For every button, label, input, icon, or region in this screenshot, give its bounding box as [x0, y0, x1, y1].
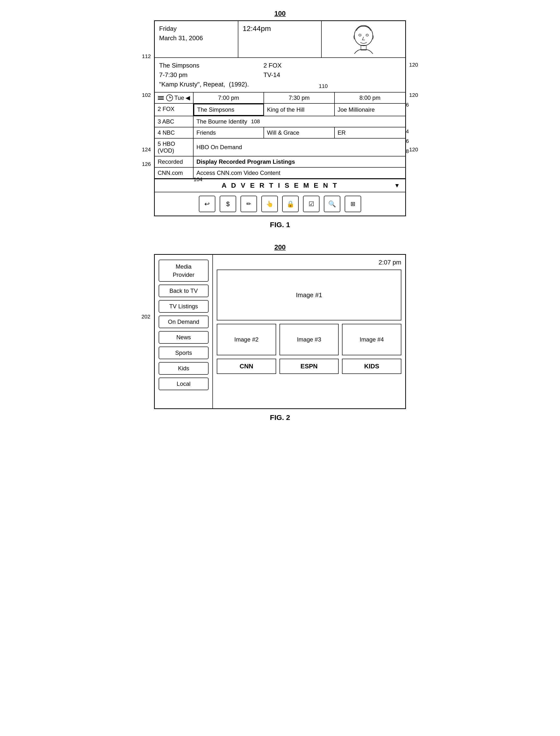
annot-108: 108 — [251, 118, 260, 125]
edit-button[interactable]: ✏ — [241, 196, 257, 212]
prog-info-row: The Simpsons 7-7:30 pm "Kamp Krusty", Re… — [155, 58, 405, 93]
grid-button[interactable]: ⊞ — [345, 196, 361, 212]
channel-row-fox: 2 FOX The Simpsons King of the Hill Joe … — [155, 104, 405, 116]
guide-time-3: 8:00 pm — [335, 93, 405, 103]
image-large: Image #1 — [217, 270, 401, 320]
prev-arrow-icon[interactable]: ◀ — [186, 94, 190, 101]
annot-202: 202 — [141, 314, 150, 320]
avatar-icon — [348, 23, 379, 55]
channel-name-recorded: Recorded — [155, 156, 194, 167]
program-bourne[interactable]: The Bourne Identity 108 — [194, 116, 405, 127]
channel-row-abc: 3 ABC The Bourne Identity 108 — [155, 116, 405, 127]
channel-name-nbc: 4 NBC — [155, 127, 194, 138]
program-recorded-listings[interactable]: Display Recorded Program Listings — [194, 156, 405, 167]
on-demand-button[interactable]: On Demand — [159, 316, 209, 328]
sidebar: MediaProvider Back to TV TV Listings On … — [155, 255, 213, 408]
purchase-button[interactable]: $ — [220, 196, 236, 212]
time-cell: 12:44pm — [238, 21, 322, 57]
image-small-4: Image #4 — [342, 324, 401, 355]
kids-button[interactable]: Kids — [159, 362, 209, 375]
pointer-button[interactable]: 👆 — [261, 196, 278, 212]
channel-name-fox: 2 FOX — [155, 104, 194, 116]
program-cnn-content[interactable]: Access CNN.com Video Content — [194, 168, 405, 178]
channel-name-cnn: CNN.com — [155, 168, 194, 178]
fig2-title: FIG. 2 — [135, 413, 425, 422]
cnn-button[interactable]: CNN — [217, 359, 276, 374]
channel-name-hbo: 5 HBO (VOD) — [155, 139, 194, 156]
menu-lines-icon — [158, 96, 164, 100]
fig2-diagram-label: 200 — [135, 243, 425, 251]
search-button[interactable]: 🔍 — [324, 196, 340, 212]
annot-120-right3: 120 — [409, 147, 418, 153]
info-header-row: Friday March 31, 2006 12:44pm — [155, 21, 405, 58]
sports-button[interactable]: Sports — [159, 347, 209, 359]
main-content: 2:07 pm Image #1 Image #2 Image #3 Image… — [213, 255, 405, 408]
channel-row-cnn: CNN.com Access CNN.com Video Content — [155, 168, 405, 179]
channel-buttons-row: CNN ESPN KIDS — [217, 359, 401, 374]
program-friends[interactable]: Friends — [194, 127, 264, 138]
channel-name-abc: 3 ABC — [155, 116, 194, 127]
guide-time-1: 7:00 pm — [194, 93, 264, 103]
svg-point-2 — [366, 34, 368, 36]
annot-124: 124 — [142, 147, 151, 153]
fig2-outer-border: MediaProvider Back to TV TV Listings On … — [154, 254, 406, 409]
program-er[interactable]: ER — [335, 127, 405, 138]
guide-time-2: 7:30 pm — [264, 93, 334, 103]
fig1-title: FIG. 1 — [135, 221, 425, 229]
program-joe[interactable]: Joe Millionaire — [335, 104, 405, 116]
annot-126: 126 — [142, 161, 151, 167]
annot-120-right2: 120 — [409, 92, 418, 98]
prog-info-right: 2 FOX TV-14 — [263, 61, 281, 89]
fig1-outer-border: Friday March 31, 2006 12:44pm — [154, 20, 406, 216]
local-button[interactable]: Local — [159, 378, 209, 390]
espn-button[interactable]: ESPN — [280, 359, 339, 374]
program-grace[interactable]: Will & Grace — [264, 127, 334, 138]
program-simpsons[interactable]: The Simpsons — [194, 104, 264, 116]
svg-point-0 — [354, 25, 373, 46]
channel-row-nbc: 4 NBC Friends Will & Grace ER — [155, 127, 405, 139]
guide-header: Tue ◀ 7:00 pm 7:30 pm 8:00 pm — [155, 93, 405, 104]
annot-112: 112 — [142, 53, 151, 60]
prog-info-left: The Simpsons 7-7:30 pm "Kamp Krusty", Re… — [159, 61, 249, 89]
media-provider-button[interactable]: MediaProvider — [159, 260, 209, 282]
svg-point-1 — [359, 34, 361, 36]
back-button[interactable]: ↩ — [199, 196, 215, 212]
guide-day: Tue — [174, 94, 184, 101]
channel-row-hbo: 5 HBO (VOD) HBO On Demand — [155, 139, 405, 156]
news-button[interactable]: News — [159, 331, 209, 344]
annot-120-right1: 120 — [409, 62, 418, 68]
image-small-2: Image #2 — [217, 324, 276, 355]
scroll-down-icon[interactable]: ▼ — [394, 182, 401, 189]
program-koth[interactable]: King of the Hill — [264, 104, 334, 116]
back-to-tv-button[interactable]: Back to TV — [159, 285, 209, 297]
image-row: Image #2 Image #3 Image #4 — [217, 324, 401, 355]
program-hbo-demand[interactable]: HBO On Demand — [194, 139, 405, 156]
ad-bar: A D V E R T I S E M E N T ▼ — [155, 179, 405, 192]
annot-110: 110 — [319, 82, 328, 90]
time-display: 2:07 pm — [217, 259, 401, 266]
kids-channel-button[interactable]: KIDS — [342, 359, 401, 374]
annot-102: 102 — [142, 92, 151, 98]
avatar-cell — [322, 21, 405, 57]
check-button[interactable]: ☑ — [303, 196, 319, 212]
channel-row-recorded: Recorded Display Recorded Program Listin… — [155, 156, 405, 168]
image-small-3: Image #3 — [280, 324, 339, 355]
date-cell: Friday March 31, 2006 — [155, 21, 238, 57]
clock-icon — [166, 94, 173, 101]
lock-button[interactable]: 🔒 — [282, 196, 299, 212]
fig1-diagram-label: 100 — [135, 10, 425, 17]
tv-listings-button[interactable]: TV Listings — [159, 300, 209, 313]
toolbar: ↩ $ ✏ 👆 🔒 ☑ 🔍 ⊞ — [155, 192, 405, 216]
guide-nav-cell[interactable]: Tue ◀ — [155, 93, 194, 103]
